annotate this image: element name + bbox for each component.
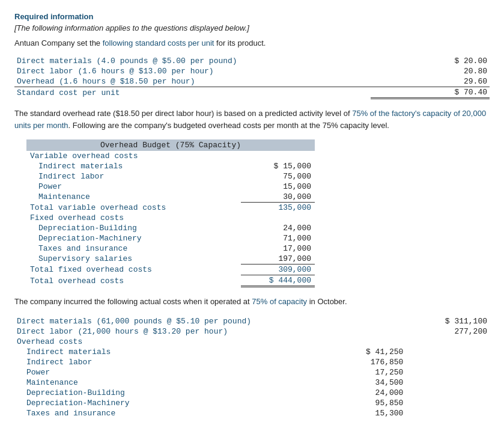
table-row: Taxes and insurance 17,000 [26,243,315,254]
item-value: $ 15,000 [241,161,315,171]
item-label: Power [26,182,241,192]
table-row: Direct materials (4.0 pounds @ $5.00 per… [14,56,490,66]
item-value: 75,000 [241,171,315,182]
actual-paragraph: The company incurred the following actua… [14,296,490,308]
fixed-total-row: Total fixed overhead costs 309,000 [26,264,315,275]
variable-overhead-label: Variable overhead costs [26,151,315,161]
fixed-total-label: Total fixed overhead costs [26,264,241,275]
item-label: Depreciation-Building [26,223,241,233]
overhead-label-row: Overhead costs [14,337,490,347]
item-label: Taxes and insurance [14,408,322,418]
item-label: Indirect labor [14,357,322,367]
table-row: Supervisory salaries 197,000 [26,254,315,264]
item-value: $ 41,250 [322,347,406,357]
intro-text-content: Antuan Company set the following standar… [14,38,266,47]
item-label: Depreciation-Machinery [26,233,241,243]
table-row: Direct labor (1.6 hours @ $13.00 per hou… [14,66,490,76]
table-row: Direct materials (61,000 pounds @ $5.10 … [14,316,490,326]
item-label: Indirect materials [14,347,322,357]
overhead-section-label: Overhead costs [14,337,322,347]
item-value: 176,850 [322,357,406,367]
fixed-overhead-label: Fixed overhead costs [26,213,315,223]
table-row: Maintenance 30,000 [26,192,315,203]
item-value: 15,000 [241,182,315,192]
cost-label: Standard cost per unit [14,87,371,99]
table-row: Depreciation-Machinery 71,000 [26,233,315,243]
item-value: 24,000 [241,223,315,233]
actual-dm-value: $ 311,100 [405,316,490,326]
table-row: Depreciation-Building 24,000 [26,223,315,233]
italic-note: [The following information applies to th… [14,23,490,32]
variable-overhead-label-row: Variable overhead costs [26,151,315,161]
actual-dm-label: Direct materials (61,000 pounds @ $5.10 … [14,316,322,326]
table-row: Indirect materials $ 41,250 [14,347,490,357]
actual-dl-label: Direct labor (21,000 hours @ $13.20 per … [14,326,322,337]
overhead-budget-table: Overhead Budget (75% Capacity) Variable … [26,139,315,287]
item-value: 17,250 [322,367,406,378]
variable-total-value: 135,000 [241,203,315,213]
overhead-paragraph: The standard overhead rate ($18.50 per d… [14,108,490,131]
table-row: Indirect materials $ 15,000 [26,161,315,171]
actual-dm-mid [322,316,406,326]
item-label: Indirect materials [26,161,241,171]
item-label: Indirect labor [26,171,241,182]
actual-costs-table: Direct materials (61,000 pounds @ $5.10 … [14,316,490,418]
table-row: Indirect labor 75,000 [26,171,315,182]
item-label: Supervisory salaries [26,254,241,264]
item-value: 30,000 [241,192,315,203]
item-value: 197,000 [241,254,315,264]
actual-dl-mid [322,326,406,337]
standard-costs-table: Direct materials (4.0 pounds @ $5.00 per… [14,56,490,99]
item-value: 17,000 [241,243,315,254]
cost-value: 29.60 [371,76,490,87]
table-row: Direct labor (21,000 hours @ $13.20 per … [14,326,490,337]
item-value: 24,000 [322,388,406,398]
cost-label: Direct labor (1.6 hours @ $13.00 per hou… [14,66,371,76]
table-row: Power 17,250 [14,367,490,378]
item-value: 95,850 [322,398,406,408]
overhead-total-value: $ 444,000 [241,275,315,287]
overhead-header-label: Overhead Budget (75% Capacity) [26,139,315,151]
cost-label: Direct materials (4.0 pounds @ $5.00 per… [14,56,371,66]
item-value: 34,500 [322,378,406,388]
fixed-overhead-label-row: Fixed overhead costs [26,213,315,223]
table-row: Maintenance 34,500 [14,378,490,388]
table-row: Overhead (1.6 hours @ $18.50 per hour) 2… [14,76,490,87]
cost-value: $ 70.40 [371,87,490,99]
cost-value: $ 20.00 [371,56,490,66]
intro-text: Antuan Company set the following standar… [14,38,490,47]
overhead-header: Overhead Budget (75% Capacity) [26,139,315,151]
variable-total-row: Total variable overhead costs 135,000 [26,203,315,213]
item-label: Depreciation-Machinery [14,398,322,408]
item-label: Maintenance [14,378,322,388]
item-label: Taxes and insurance [26,243,241,254]
cost-value: 20.80 [371,66,490,76]
table-row: Depreciation-Machinery 95,850 [14,398,490,408]
overhead-total-label: Total overhead costs [26,275,241,287]
cost-label: Overhead (1.6 hours @ $18.50 per hour) [14,76,371,87]
variable-total-label: Total variable overhead costs [26,203,241,213]
overhead-total-row: Total overhead costs $ 444,000 [26,275,315,287]
table-row: Taxes and insurance 15,300 [14,408,490,418]
table-row: Power 15,000 [26,182,315,192]
item-label: Depreciation-Building [14,388,322,398]
actual-dl-value: 277,200 [405,326,490,337]
standard-cost-total-row: Standard cost per unit $ 70.40 [14,87,490,99]
required-info-heading: Required information [14,12,490,21]
item-label: Maintenance [26,192,241,203]
item-value: 71,000 [241,233,315,243]
item-label: Power [14,367,322,378]
item-value: 15,300 [322,408,406,418]
table-row: Depreciation-Building 24,000 [14,388,490,398]
fixed-total-value: 309,000 [241,264,315,275]
table-row: Indirect labor 176,850 [14,357,490,367]
